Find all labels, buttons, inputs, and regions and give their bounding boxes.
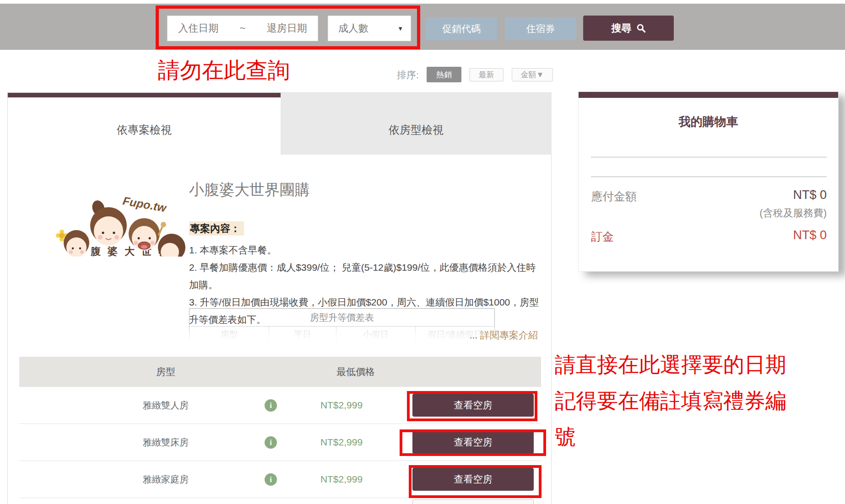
room-row-1: 雅緻雙人房 i NT$2,999 查看空房: [19, 387, 541, 424]
payable-tax-note: (含稅及服務費): [689, 206, 827, 220]
check-availability-button-1[interactable]: 查看空房: [412, 394, 534, 417]
annotation-side-instruction: 請直接在此選擇要的日期 記得要在備註填寫禮券編號: [555, 347, 804, 455]
package-detail-link[interactable]: 詳閱專案介紹: [480, 330, 538, 340]
date-range-input[interactable]: 入住日期 ~ 退房日期: [167, 16, 318, 41]
payable-label: 應付金額: [591, 189, 637, 204]
check-availability-button-2[interactable]: 查看空房: [412, 431, 534, 454]
room-row-3: 雅緻家庭房 i NT$2,999 查看空房: [19, 461, 541, 498]
info-icon[interactable]: i: [265, 436, 277, 449]
brand-logo: 小腹婆大世界: [54, 179, 187, 257]
sort-option-hot[interactable]: 熱銷: [427, 67, 461, 82]
room-price: NT$2,999: [280, 387, 403, 424]
cart-title: 我的購物車: [579, 114, 838, 130]
adults-count-select[interactable]: 成人數 ▼: [328, 16, 411, 41]
voucher-button[interactable]: 住宿券: [505, 17, 576, 40]
sort-label: 排序:: [397, 69, 419, 81]
room-table-header: 房型 最低價格: [19, 357, 541, 387]
annotation-side-line-2: 記得要在備註填寫禮券編號: [555, 383, 804, 455]
search-button[interactable]: 搜尋: [583, 16, 674, 41]
booking-page: 入住日期 ~ 退房日期 成人數 ▼ 促銷代碼 住宿券 搜尋 請勿在此查詢 排序:…: [0, 0, 845, 504]
search-button-label: 搜尋: [612, 21, 632, 35]
payable-value: NT$ 0: [689, 188, 827, 202]
sort-option-amount[interactable]: 金額▼: [512, 68, 553, 81]
cart-divider-1: [591, 157, 827, 157]
check-availability-button-3[interactable]: 查看空房: [412, 468, 534, 491]
detail-link-ellipsis: ...: [470, 330, 478, 340]
adults-select-label: 成人數: [338, 21, 368, 35]
checkin-date-placeholder: 入住日期: [178, 21, 218, 35]
active-tab-accent-bar: [8, 93, 281, 97]
deposit-label: 訂金: [591, 229, 614, 244]
info-icon[interactable]: i: [265, 473, 277, 486]
tab-view-by-package[interactable]: 依專案檢視: [8, 93, 281, 155]
chevron-down-icon: ▼: [397, 25, 403, 32]
annotation-side-line-1: 請直接在此選擇要的日期: [555, 347, 804, 383]
room-column-header: 房型: [19, 357, 312, 387]
cart-panel: 我的購物車 應付金額 NT$ 0 (含稅及服務費) 訂金 NT$ 0: [578, 91, 839, 272]
room-price: NT$2,999: [280, 461, 403, 498]
search-icon: [636, 23, 646, 33]
package-line-1: 1. 本專案不含早餐。: [189, 241, 541, 259]
cart-accent-bar: [579, 92, 838, 98]
checkout-date-placeholder: 退房日期: [267, 21, 307, 35]
sort-option-newest[interactable]: 最新: [469, 68, 504, 81]
package-card: 依專案檢視 依房型檢視 小腹婆大世界: [7, 92, 552, 504]
logo-brand-text: Fupo.tw: [122, 194, 168, 214]
package-title: 小腹婆大世界團購: [189, 180, 310, 200]
tab-view-by-package-label: 依專案檢視: [8, 123, 281, 137]
room-table-body: 雅緻雙人房 i NT$2,999 查看空房 雅緻雙床房 i NT$2,999 查…: [19, 387, 541, 504]
price-column-header: 最低價格: [276, 357, 436, 387]
package-content-heading: 專案內容：: [189, 221, 244, 236]
check-availability-button-partial[interactable]: [412, 499, 534, 504]
info-icon[interactable]: i: [265, 399, 277, 412]
package-line-2: 2. 早餐加購優惠價：成人$399/位； 兒童(5-12歲)$199/位，此優惠…: [189, 259, 541, 294]
room-price: NT$2,999: [280, 424, 403, 461]
annotation-top-warning: 請勿在此查詢: [158, 56, 290, 85]
tab-view-by-room[interactable]: 依房型檢視: [281, 93, 552, 155]
search-toolbar: [0, 4, 845, 50]
tab-view-by-room-label: 依房型檢視: [281, 123, 552, 137]
cart-divider-2: [591, 177, 827, 177]
promo-code-button[interactable]: 促銷代碼: [426, 17, 497, 40]
date-range-separator: ~: [240, 22, 246, 34]
room-row-2: 雅緻雙床房 i NT$2,999 查看空房: [19, 424, 541, 461]
deposit-value: NT$ 0: [689, 228, 827, 242]
